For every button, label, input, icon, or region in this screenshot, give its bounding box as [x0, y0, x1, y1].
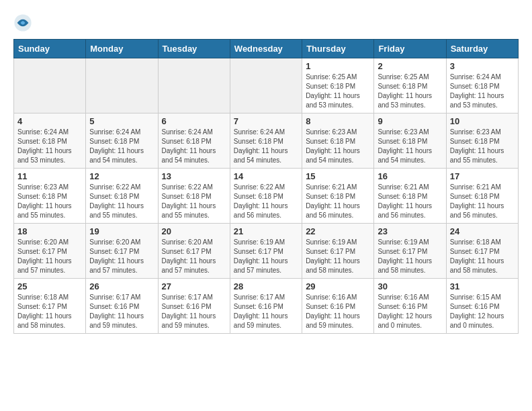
- calendar-cell: 1Sunrise: 6:25 AM Sunset: 6:18 PM Daylig…: [302, 58, 374, 113]
- day-info: Sunrise: 6:20 AM Sunset: 6:17 PM Dayligh…: [89, 238, 154, 275]
- day-of-week-header: Thursday: [302, 40, 374, 58]
- day-number: 6: [162, 116, 226, 126]
- day-info: Sunrise: 6:15 AM Sunset: 6:16 PM Dayligh…: [450, 293, 515, 330]
- calendar-cell: 12Sunrise: 6:22 AM Sunset: 6:18 PM Dayli…: [86, 169, 158, 224]
- day-of-week-header: Friday: [374, 40, 446, 58]
- day-info: Sunrise: 6:24 AM Sunset: 6:18 PM Dayligh…: [17, 128, 82, 165]
- day-info: Sunrise: 6:17 AM Sunset: 6:16 PM Dayligh…: [234, 293, 298, 330]
- calendar-cell: 11Sunrise: 6:23 AM Sunset: 6:18 PM Dayli…: [14, 169, 86, 224]
- calendar-cell: 6Sunrise: 6:24 AM Sunset: 6:18 PM Daylig…: [158, 113, 230, 169]
- day-info: Sunrise: 6:22 AM Sunset: 6:18 PM Dayligh…: [89, 183, 154, 220]
- day-info: Sunrise: 6:17 AM Sunset: 6:16 PM Dayligh…: [162, 293, 226, 330]
- calendar-week-row: 4Sunrise: 6:24 AM Sunset: 6:18 PM Daylig…: [14, 113, 519, 169]
- day-number: 16: [378, 171, 442, 181]
- calendar-cell: 30Sunrise: 6:16 AM Sunset: 6:16 PM Dayli…: [374, 279, 446, 334]
- calendar-week-row: 25Sunrise: 6:18 AM Sunset: 6:17 PM Dayli…: [14, 279, 519, 334]
- day-number: 25: [17, 281, 82, 291]
- calendar-cell: 28Sunrise: 6:17 AM Sunset: 6:16 PM Dayli…: [230, 279, 302, 334]
- calendar-cell: [158, 58, 230, 113]
- day-info: Sunrise: 6:20 AM Sunset: 6:17 PM Dayligh…: [17, 238, 82, 275]
- day-info: Sunrise: 6:19 AM Sunset: 6:17 PM Dayligh…: [234, 238, 298, 275]
- calendar-cell: 7Sunrise: 6:24 AM Sunset: 6:18 PM Daylig…: [230, 113, 302, 169]
- calendar-cell: 3Sunrise: 6:24 AM Sunset: 6:18 PM Daylig…: [446, 58, 518, 113]
- day-number: 28: [234, 281, 298, 291]
- calendar-header: SundayMondayTuesdayWednesdayThursdayFrid…: [14, 40, 519, 58]
- day-of-week-header: Tuesday: [158, 40, 230, 58]
- calendar-cell: 2Sunrise: 6:25 AM Sunset: 6:18 PM Daylig…: [374, 58, 446, 113]
- calendar-week-row: 18Sunrise: 6:20 AM Sunset: 6:17 PM Dayli…: [14, 224, 519, 279]
- day-info: Sunrise: 6:21 AM Sunset: 6:18 PM Dayligh…: [306, 183, 370, 220]
- day-info: Sunrise: 6:18 AM Sunset: 6:17 PM Dayligh…: [450, 238, 515, 275]
- day-info: Sunrise: 6:23 AM Sunset: 6:18 PM Dayligh…: [378, 128, 442, 165]
- calendar-cell: 21Sunrise: 6:19 AM Sunset: 6:17 PM Dayli…: [230, 224, 302, 279]
- calendar-cell: [86, 58, 158, 113]
- day-of-week-header: Sunday: [14, 40, 86, 58]
- calendar-cell: 10Sunrise: 6:23 AM Sunset: 6:18 PM Dayli…: [446, 113, 518, 169]
- day-number: 1: [306, 61, 370, 71]
- day-info: Sunrise: 6:18 AM Sunset: 6:17 PM Dayligh…: [17, 293, 82, 330]
- day-number: 8: [306, 116, 370, 126]
- calendar-cell: 8Sunrise: 6:23 AM Sunset: 6:18 PM Daylig…: [302, 113, 374, 169]
- logo-icon: [13, 13, 32, 32]
- calendar-table: SundayMondayTuesdayWednesdayThursdayFrid…: [13, 39, 519, 334]
- header: [13, 13, 519, 32]
- day-number: 7: [234, 116, 298, 126]
- day-number: 23: [378, 226, 442, 236]
- calendar-cell: 18Sunrise: 6:20 AM Sunset: 6:17 PM Dayli…: [14, 224, 86, 279]
- calendar-cell: 14Sunrise: 6:22 AM Sunset: 6:18 PM Dayli…: [230, 169, 302, 224]
- calendar-cell: 5Sunrise: 6:24 AM Sunset: 6:18 PM Daylig…: [86, 113, 158, 169]
- day-number: 2: [378, 61, 442, 71]
- day-number: 11: [17, 171, 82, 181]
- day-info: Sunrise: 6:24 AM Sunset: 6:18 PM Dayligh…: [89, 128, 154, 165]
- day-number: 19: [89, 226, 154, 236]
- calendar-cell: 16Sunrise: 6:21 AM Sunset: 6:18 PM Dayli…: [374, 169, 446, 224]
- logo: [13, 13, 34, 32]
- calendar-cell: 27Sunrise: 6:17 AM Sunset: 6:16 PM Dayli…: [158, 279, 230, 334]
- day-number: 10: [450, 116, 515, 126]
- calendar-cell: 15Sunrise: 6:21 AM Sunset: 6:18 PM Dayli…: [302, 169, 374, 224]
- day-info: Sunrise: 6:21 AM Sunset: 6:18 PM Dayligh…: [450, 183, 515, 220]
- day-info: Sunrise: 6:24 AM Sunset: 6:18 PM Dayligh…: [162, 128, 226, 165]
- calendar-cell: 23Sunrise: 6:19 AM Sunset: 6:17 PM Dayli…: [374, 224, 446, 279]
- day-number: 17: [450, 171, 515, 181]
- day-info: Sunrise: 6:20 AM Sunset: 6:17 PM Dayligh…: [162, 238, 226, 275]
- day-number: 14: [234, 171, 298, 181]
- calendar-cell: 20Sunrise: 6:20 AM Sunset: 6:17 PM Dayli…: [158, 224, 230, 279]
- day-number: 24: [450, 226, 515, 236]
- days-of-week-row: SundayMondayTuesdayWednesdayThursdayFrid…: [14, 40, 519, 58]
- calendar-cell: 29Sunrise: 6:16 AM Sunset: 6:16 PM Dayli…: [302, 279, 374, 334]
- day-number: 22: [306, 226, 370, 236]
- day-number: 20: [162, 226, 226, 236]
- calendar-cell: [14, 58, 86, 113]
- day-number: 29: [306, 281, 370, 291]
- calendar-week-row: 11Sunrise: 6:23 AM Sunset: 6:18 PM Dayli…: [14, 169, 519, 224]
- calendar-week-row: 1Sunrise: 6:25 AM Sunset: 6:18 PM Daylig…: [14, 58, 519, 113]
- day-number: 9: [378, 116, 442, 126]
- day-info: Sunrise: 6:23 AM Sunset: 6:18 PM Dayligh…: [306, 128, 370, 165]
- calendar-cell: 22Sunrise: 6:19 AM Sunset: 6:17 PM Dayli…: [302, 224, 374, 279]
- calendar-cell: 19Sunrise: 6:20 AM Sunset: 6:17 PM Dayli…: [86, 224, 158, 279]
- calendar-cell: 24Sunrise: 6:18 AM Sunset: 6:17 PM Dayli…: [446, 224, 518, 279]
- day-info: Sunrise: 6:21 AM Sunset: 6:18 PM Dayligh…: [378, 183, 442, 220]
- calendar-cell: 26Sunrise: 6:17 AM Sunset: 6:16 PM Dayli…: [86, 279, 158, 334]
- day-info: Sunrise: 6:22 AM Sunset: 6:18 PM Dayligh…: [234, 183, 298, 220]
- day-info: Sunrise: 6:19 AM Sunset: 6:17 PM Dayligh…: [306, 238, 370, 275]
- calendar-cell: 9Sunrise: 6:23 AM Sunset: 6:18 PM Daylig…: [374, 113, 446, 169]
- day-number: 5: [89, 116, 154, 126]
- day-of-week-header: Saturday: [446, 40, 518, 58]
- day-info: Sunrise: 6:25 AM Sunset: 6:18 PM Dayligh…: [378, 73, 442, 110]
- day-info: Sunrise: 6:22 AM Sunset: 6:18 PM Dayligh…: [162, 183, 226, 220]
- day-info: Sunrise: 6:25 AM Sunset: 6:18 PM Dayligh…: [306, 73, 370, 110]
- calendar-body: 1Sunrise: 6:25 AM Sunset: 6:18 PM Daylig…: [14, 58, 519, 334]
- calendar-cell: 13Sunrise: 6:22 AM Sunset: 6:18 PM Dayli…: [158, 169, 230, 224]
- calendar-cell: 17Sunrise: 6:21 AM Sunset: 6:18 PM Dayli…: [446, 169, 518, 224]
- day-info: Sunrise: 6:24 AM Sunset: 6:18 PM Dayligh…: [234, 128, 298, 165]
- day-info: Sunrise: 6:16 AM Sunset: 6:16 PM Dayligh…: [378, 293, 442, 330]
- day-number: 3: [450, 61, 515, 71]
- day-info: Sunrise: 6:23 AM Sunset: 6:18 PM Dayligh…: [17, 183, 82, 220]
- calendar-cell: [230, 58, 302, 113]
- day-info: Sunrise: 6:24 AM Sunset: 6:18 PM Dayligh…: [450, 73, 515, 110]
- day-number: 15: [306, 171, 370, 181]
- day-number: 21: [234, 226, 298, 236]
- day-number: 18: [17, 226, 82, 236]
